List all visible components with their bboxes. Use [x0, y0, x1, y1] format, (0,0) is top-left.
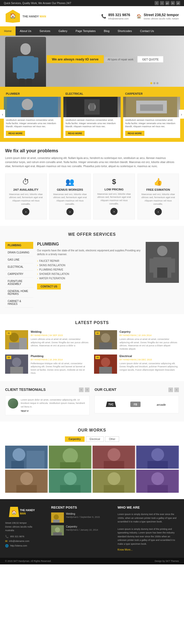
feature-btn-availability[interactable]: › [22, 208, 29, 215]
filter-btn-carpentry[interactable]: Carpentry [65, 436, 85, 442]
footer-web-icon: 🌐 [5, 544, 9, 548]
post-meta-carpentry: BY HANDYMAN | 10 JAN 2014 [120, 334, 179, 337]
address-contact: 🏠 Street 238,52 tempor Donec ultrices ia… [136, 13, 179, 20]
posts-grid: 01 Welding BY HANDYMAN | 04 SEP 2015 Lor… [5, 330, 179, 375]
footer-post-title-welding: Welding [66, 512, 100, 515]
youtube-icon[interactable]: yt [176, 1, 180, 5]
posts-title: LATEST POSTS [5, 320, 179, 325]
sidebar-item-drain[interactable]: DRAIN CLEANING [5, 249, 33, 256]
works-grid [5, 446, 179, 493]
clients-next-arrow[interactable]: › [174, 388, 179, 392]
nav-item-blog[interactable]: Blog [100, 26, 113, 36]
footer-who-section: WHO WE ARE Lorem ipsum is simply dummy t… [118, 506, 179, 551]
service-read-btn-carpenter[interactable]: READ MORE [125, 131, 144, 136]
offer-list-item: SKINS INSTALLATION [37, 263, 142, 267]
nav-item-gallery[interactable]: Gallery [54, 26, 72, 36]
post-category-carpentry: Carprtry [120, 330, 179, 333]
svg-rect-4 [13, 57, 18, 73]
svg-point-66 [151, 472, 164, 485]
post-badge-carpentry: 02 [95, 331, 100, 335]
thumbsup-icon: 👍 [140, 178, 176, 186]
feature-text-availability: Maecenas sed orci, lobortis vitae ultric… [8, 193, 44, 206]
feature-btn-estimation[interactable]: › [155, 208, 162, 215]
feature-btn-pricing[interactable]: › [110, 208, 118, 215]
sidebar-item-gas[interactable]: GAS LINE [5, 256, 33, 263]
offer-sidebar: PLUMBING DRAIN CLEANING GAS LINE ELECTRI… [5, 242, 33, 308]
google-icon[interactable]: g+ [165, 1, 169, 5]
services-prev-button[interactable]: ‹ [0, 110, 5, 119]
offer-list-item: FAUCET REPAIR [37, 259, 142, 263]
offer-contact-button[interactable]: CONTACT US [37, 284, 61, 289]
footer-email: ✉ info@sitename.com [5, 540, 46, 543]
sidebar-item-electrical[interactable]: ELECTRICAL [5, 263, 33, 271]
svg-rect-23 [157, 267, 162, 278]
svg-rect-27 [9, 342, 19, 349]
service-card-title-electrical: ELECTRICAL [63, 91, 120, 97]
dot-1[interactable] [150, 82, 152, 84]
service-read-btn-electrical[interactable]: READ MORE [65, 131, 85, 136]
footer-website: 🌐 http://sitena.com [5, 544, 46, 548]
feature-title-availability: 24/7 AVAILABILITY [8, 188, 44, 191]
footer-who-title: WHO WE ARE [118, 506, 179, 509]
copyright-text: © 2015 SKT Handyman. All Rights Reserved… [5, 560, 51, 562]
svg-text:FB: FB [134, 403, 137, 406]
fix-section-desc: Lorem ipsum dolor sit amet, consectetur … [5, 156, 179, 168]
sidebar-item-furniture[interactable]: FURNITURE ASSEMBLY [5, 278, 33, 288]
nav-item-services[interactable]: Services [36, 26, 54, 36]
footer-bottom: © 2015 SKT Handyman. All Rights Reserved… [0, 558, 184, 564]
client-arcade: arcade [154, 401, 169, 407]
feature-btn-workers[interactable]: › [66, 208, 74, 215]
svg-rect-31 [99, 342, 112, 349]
facebook-icon[interactable]: f [155, 1, 159, 5]
filter-btn-other[interactable]: Other [105, 436, 119, 442]
svg-rect-22 [170, 259, 175, 273]
footer-post-img-carpentry [51, 525, 64, 535]
nav-item-home[interactable]: Home [0, 26, 16, 36]
svg-rect-74 [53, 520, 60, 523]
nav-item-shortcodes[interactable]: Shortcodes [113, 26, 136, 36]
clients-prev-arrow[interactable]: ‹ [168, 388, 173, 392]
footer-recent-posts: RECENT POSTS Welding Handyman1 / Septemb… [51, 506, 112, 551]
nav-item-about[interactable]: About Us [16, 26, 35, 36]
feature-pricing: $ LOW PRICING Maecenas sed orci, loborti… [93, 174, 135, 219]
svg-point-60 [64, 472, 77, 485]
services-next-button[interactable]: › [179, 110, 184, 119]
hero-cta-button[interactable]: GET QUOTE [137, 56, 164, 63]
feature-text-estimation: Maecenas sed orci, lobortis vitae ultric… [140, 193, 176, 206]
footer-logo-col: 🏠 THE HANDY MAN Street 238,52 temporDone… [5, 506, 46, 551]
filter-btn-electrical[interactable]: Electrical [86, 436, 104, 442]
twitter-icon[interactable]: t [160, 1, 164, 5]
service-card-electrical: ELECTRICAL vestibulum aenean maximus con… [63, 91, 120, 138]
sidebar-item-cabinet[interactable]: CABINET & HINGES [5, 298, 33, 308]
svg-text:🏠: 🏠 [10, 13, 16, 19]
linkedin-icon[interactable]: in [171, 1, 175, 5]
service-read-btn-plumber[interactable]: READ MORE [6, 131, 25, 136]
testimonials-prev-arrow[interactable]: ‹ [79, 388, 84, 392]
service-cards-section: ‹ PLUMBER vestibulum aenean maximus cons… [0, 87, 184, 142]
sidebar-item-general[interactable]: GENERAL HOME REPAIRS [5, 288, 33, 298]
works-title: OUR WORKS [5, 428, 179, 433]
work-item-7 [93, 470, 135, 493]
dot-3[interactable] [156, 82, 158, 84]
nav-item-contact[interactable]: Contact Us [136, 26, 158, 36]
sidebar-item-plumbing[interactable]: PLUMBING [5, 242, 33, 249]
post-text-carpentry: Lorem ultrices urna ut amet sit amet, co… [120, 338, 179, 350]
post-badge-electrical: 04 [95, 356, 100, 359]
post-text-plumbing: Pellentesque tristique odio sit sit amet… [31, 362, 90, 375]
nav-item-page-templates[interactable]: Page Templates [72, 26, 100, 36]
svg-rect-58 [16, 485, 37, 493]
post-meta-welding: BY HANDYMAN | 04 SEP 2015 [31, 334, 90, 337]
svg-rect-52 [104, 461, 124, 469]
our-client-heading: OUR CLIENT [95, 388, 117, 392]
testimonials-heading: CLIENT TESTIMONIALS [5, 388, 46, 392]
dot-2[interactable] [153, 82, 155, 84]
know-more-link[interactable]: Know More... [118, 548, 133, 551]
sidebar-item-carpentry[interactable]: CARPENTRY [5, 271, 33, 278]
offer-list-item: PLUMBING REPAVE [37, 267, 142, 272]
testimonials-next-arrow[interactable]: › [85, 388, 89, 392]
footer-post-info-carpentry: Carpentry Handyman1 / January 10, 2014 [66, 525, 98, 535]
work-item-1 [5, 446, 48, 469]
post-img-welding: 01 [5, 330, 28, 349]
svg-text:THE HANDY: THE HANDY [20, 509, 35, 512]
post-category-plumbing: Plumbing [31, 355, 90, 358]
